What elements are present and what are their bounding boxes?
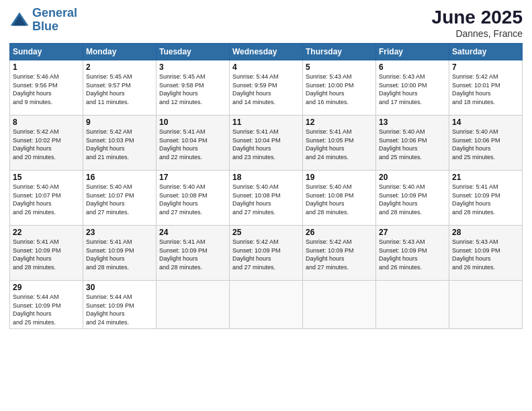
day-info: Sunrise: 5:41 AMSunset: 10:05 PMDaylight… (306, 128, 354, 161)
calendar-cell: 19 Sunrise: 5:40 AMSunset: 10:08 PMDayli… (303, 171, 376, 226)
calendar-cell: 8 Sunrise: 5:42 AMSunset: 10:02 PMDaylig… (10, 116, 83, 171)
day-info: Sunrise: 5:40 AMSunset: 10:06 PMDaylight… (452, 128, 500, 161)
day-info: Sunrise: 5:40 AMSunset: 10:08 PMDaylight… (306, 183, 354, 216)
col-wednesday: Wednesday (230, 44, 303, 60)
calendar-cell: 4 Sunrise: 5:44 AMSunset: 9:59 PMDayligh… (230, 60, 303, 116)
logo-text: General Blue (32, 7, 77, 34)
calendar-header-row: Sunday Monday Tuesday Wednesday Thursday… (10, 44, 523, 60)
page: General Blue June 2025 Dannes, France Su… (0, 0, 532, 411)
day-info: Sunrise: 5:44 AMSunset: 9:59 PMDaylight … (232, 73, 279, 105)
col-thursday: Thursday (303, 44, 376, 60)
title-block: June 2025 Dannes, France (432, 7, 523, 39)
day-info: Sunrise: 5:46 AMSunset: 9:56 PMDaylight … (13, 73, 59, 105)
calendar-cell (157, 281, 230, 329)
col-monday: Monday (83, 44, 157, 60)
calendar-cell: 1 Sunrise: 5:46 AMSunset: 9:56 PMDayligh… (10, 60, 83, 116)
logo-line1: General (32, 6, 77, 19)
day-info: Sunrise: 5:43 AMSunset: 10:09 PMDaylight… (452, 238, 500, 271)
day-number: 6 (379, 62, 446, 72)
col-saturday: Saturday (449, 44, 523, 60)
calendar-cell: 22 Sunrise: 5:41 AMSunset: 10:09 PMDayli… (10, 226, 83, 281)
calendar-cell: 25 Sunrise: 5:42 AMSunset: 10:09 PMDayli… (230, 226, 303, 281)
calendar-cell: 17 Sunrise: 5:40 AMSunset: 10:08 PMDayli… (157, 171, 230, 226)
day-number: 29 (13, 283, 80, 292)
day-info: Sunrise: 5:42 AMSunset: 10:01 PMDaylight… (452, 73, 500, 105)
day-info: Sunrise: 5:43 AMSunset: 10:00 PMDaylight… (379, 73, 427, 105)
day-info: Sunrise: 5:41 AMSunset: 10:04 PMDaylight… (232, 128, 281, 161)
calendar-cell: 9 Sunrise: 5:42 AMSunset: 10:03 PMDaylig… (83, 116, 157, 171)
day-number: 24 (159, 228, 226, 237)
calendar-cell: 14 Sunrise: 5:40 AMSunset: 10:06 PMDayli… (449, 116, 523, 171)
day-info: Sunrise: 5:40 AMSunset: 10:07 PMDaylight… (13, 183, 61, 216)
calendar-cell: 6 Sunrise: 5:43 AMSunset: 10:00 PMDaylig… (376, 60, 449, 116)
day-number: 3 (159, 62, 226, 72)
day-number: 15 (13, 173, 80, 182)
calendar-cell: 28 Sunrise: 5:43 AMSunset: 10:09 PMDayli… (449, 226, 523, 281)
day-number: 26 (306, 228, 373, 237)
day-number: 8 (13, 118, 80, 127)
calendar-cell: 29 Sunrise: 5:44 AMSunset: 10:09 PMDayli… (10, 281, 83, 329)
calendar-cell (303, 281, 376, 329)
day-number: 20 (379, 173, 446, 182)
day-number: 27 (379, 228, 446, 237)
day-info: Sunrise: 5:41 AMSunset: 10:09 PMDaylight… (159, 238, 208, 271)
day-info: Sunrise: 5:40 AMSunset: 10:08 PMDaylight… (232, 183, 281, 216)
day-number: 2 (86, 62, 153, 72)
day-info: Sunrise: 5:44 AMSunset: 10:09 PMDaylight… (86, 293, 134, 326)
calendar-cell: 16 Sunrise: 5:40 AMSunset: 10:07 PMDayli… (83, 171, 157, 226)
calendar-title: June 2025 (432, 7, 523, 28)
calendar-cell: 5 Sunrise: 5:43 AMSunset: 10:00 PMDaylig… (303, 60, 376, 116)
day-number: 17 (159, 173, 226, 182)
logo: General Blue (9, 7, 77, 34)
day-number: 7 (452, 62, 519, 72)
day-number: 14 (452, 118, 519, 127)
day-number: 23 (86, 228, 153, 237)
day-number: 30 (86, 283, 153, 292)
calendar-cell: 24 Sunrise: 5:41 AMSunset: 10:09 PMDayli… (157, 226, 230, 281)
calendar-cell: 3 Sunrise: 5:45 AMSunset: 9:58 PMDayligh… (157, 60, 230, 116)
calendar-cell (376, 281, 449, 329)
day-number: 12 (306, 118, 373, 127)
day-info: Sunrise: 5:43 AMSunset: 10:00 PMDaylight… (306, 73, 354, 105)
calendar-cell: 21 Sunrise: 5:41 AMSunset: 10:09 PMDayli… (449, 171, 523, 226)
day-number: 21 (452, 173, 519, 182)
calendar-cell (449, 281, 523, 329)
day-info: Sunrise: 5:40 AMSunset: 10:07 PMDaylight… (86, 183, 134, 216)
day-info: Sunrise: 5:41 AMSunset: 10:09 PMDaylight… (86, 238, 134, 271)
calendar-cell: 27 Sunrise: 5:43 AMSunset: 10:09 PMDayli… (376, 226, 449, 281)
col-tuesday: Tuesday (157, 44, 230, 60)
day-number: 22 (13, 228, 80, 237)
calendar-cell: 18 Sunrise: 5:40 AMSunset: 10:08 PMDayli… (230, 171, 303, 226)
day-info: Sunrise: 5:43 AMSunset: 10:09 PMDaylight… (379, 238, 427, 271)
day-number: 11 (232, 118, 300, 127)
day-number: 10 (159, 118, 226, 127)
day-info: Sunrise: 5:41 AMSunset: 10:09 PMDaylight… (452, 183, 500, 216)
calendar-cell (230, 281, 303, 329)
day-info: Sunrise: 5:40 AMSunset: 10:09 PMDaylight… (379, 183, 427, 216)
calendar-cell: 10 Sunrise: 5:41 AMSunset: 10:04 PMDayli… (157, 116, 230, 171)
day-number: 4 (232, 62, 300, 72)
day-info: Sunrise: 5:41 AMSunset: 10:04 PMDaylight… (159, 128, 208, 161)
day-number: 18 (232, 173, 300, 182)
calendar-subtitle: Dannes, France (432, 28, 523, 39)
day-number: 19 (306, 173, 373, 182)
day-info: Sunrise: 5:41 AMSunset: 10:09 PMDaylight… (13, 238, 61, 271)
day-info: Sunrise: 5:42 AMSunset: 10:03 PMDaylight… (86, 128, 134, 161)
day-info: Sunrise: 5:42 AMSunset: 10:09 PMDaylight… (232, 238, 281, 271)
calendar-cell: 13 Sunrise: 5:40 AMSunset: 10:06 PMDayli… (376, 116, 449, 171)
calendar-table: Sunday Monday Tuesday Wednesday Thursday… (9, 43, 523, 329)
day-number: 13 (379, 118, 446, 127)
day-info: Sunrise: 5:42 AMSunset: 10:02 PMDaylight… (13, 128, 61, 161)
day-number: 16 (86, 173, 153, 182)
logo-icon (9, 10, 30, 30)
day-info: Sunrise: 5:45 AMSunset: 9:58 PMDaylight … (159, 73, 206, 105)
calendar-cell: 23 Sunrise: 5:41 AMSunset: 10:09 PMDayli… (83, 226, 157, 281)
day-info: Sunrise: 5:44 AMSunset: 10:09 PMDaylight… (13, 293, 61, 326)
day-number: 28 (452, 228, 519, 237)
calendar-cell: 2 Sunrise: 5:45 AMSunset: 9:57 PMDayligh… (83, 60, 157, 116)
calendar-cell: 7 Sunrise: 5:42 AMSunset: 10:01 PMDaylig… (449, 60, 523, 116)
col-sunday: Sunday (10, 44, 83, 60)
calendar-cell: 26 Sunrise: 5:42 AMSunset: 10:09 PMDayli… (303, 226, 376, 281)
day-info: Sunrise: 5:40 AMSunset: 10:08 PMDaylight… (159, 183, 208, 216)
day-number: 5 (306, 62, 373, 72)
